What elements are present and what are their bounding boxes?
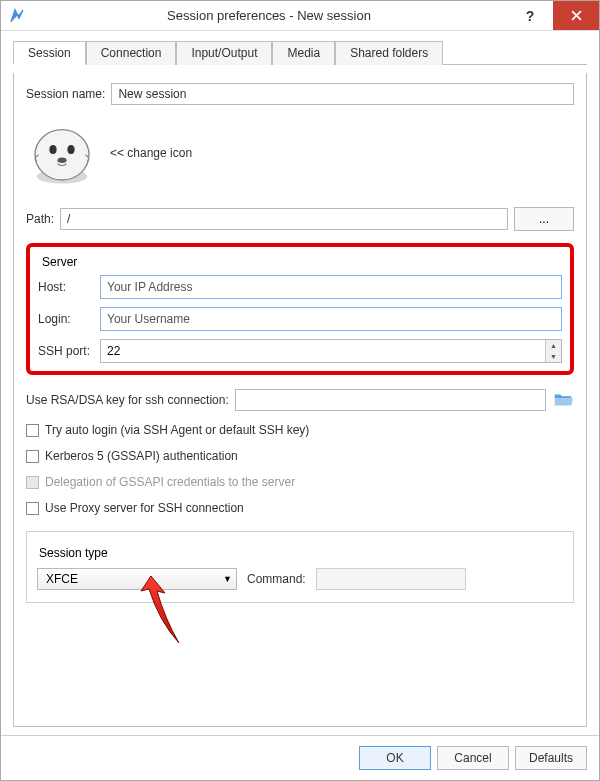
rsa-input[interactable] xyxy=(235,389,546,411)
spin-up-icon[interactable]: ▲ xyxy=(546,340,561,351)
login-input[interactable] xyxy=(100,307,562,331)
rsa-row: Use RSA/DSA key for ssh connection: xyxy=(26,389,574,411)
tab-connection[interactable]: Connection xyxy=(86,41,177,65)
kerberos-checkbox[interactable] xyxy=(26,450,39,463)
tabs: Session Connection Input/Output Media Sh… xyxy=(13,41,587,65)
help-button[interactable]: ? xyxy=(507,1,553,30)
path-row: Path: ... xyxy=(26,207,574,231)
ok-button[interactable]: OK xyxy=(359,746,431,770)
autologin-checkbox[interactable] xyxy=(26,424,39,437)
kerberos-label: Kerberos 5 (GSSAPI) authentication xyxy=(45,449,238,463)
delegation-label: Delegation of GSSAPI credentials to the … xyxy=(45,475,295,489)
defaults-button[interactable]: Defaults xyxy=(515,746,587,770)
session-name-input[interactable] xyxy=(111,83,574,105)
tab-io[interactable]: Input/Output xyxy=(176,41,272,65)
path-label: Path: xyxy=(26,212,54,226)
close-button[interactable] xyxy=(553,1,599,30)
session-name-row: Session name: xyxy=(26,83,574,105)
session-name-label: Session name: xyxy=(26,87,105,101)
sshport-input[interactable] xyxy=(101,340,545,362)
footer: OK Cancel Defaults xyxy=(1,735,599,780)
titlebar: Session preferences - New session ? xyxy=(1,1,599,31)
host-input[interactable] xyxy=(100,275,562,299)
chevron-down-icon: ▼ xyxy=(223,574,232,584)
proxy-row[interactable]: Use Proxy server for SSH connection xyxy=(26,501,574,515)
spacer xyxy=(26,611,574,716)
server-fieldset-highlight: Server Host: Login: SSH port: ▲ ▼ xyxy=(26,243,574,375)
session-type-select[interactable]: XFCE ▼ xyxy=(37,568,237,590)
path-browse-button[interactable]: ... xyxy=(514,207,574,231)
host-row: Host: xyxy=(38,275,562,299)
folder-open-icon[interactable] xyxy=(552,389,574,411)
close-icon xyxy=(571,10,582,21)
path-input[interactable] xyxy=(60,208,508,230)
session-icon[interactable] xyxy=(26,117,98,189)
sshport-row: SSH port: ▲ ▼ xyxy=(38,339,562,363)
tab-body: Session name: << change icon Path: xyxy=(13,73,587,727)
kerberos-row[interactable]: Kerberos 5 (GSSAPI) authentication xyxy=(26,449,574,463)
spin-buttons[interactable]: ▲ ▼ xyxy=(545,340,561,362)
app-icon xyxy=(9,8,25,24)
login-label: Login: xyxy=(38,312,94,326)
session-type-fieldset: Session type XFCE ▼ Command: xyxy=(26,531,574,603)
session-type-row: XFCE ▼ Command: xyxy=(37,568,563,590)
server-legend: Server xyxy=(38,255,81,269)
icon-row: << change icon xyxy=(26,113,574,199)
tab-media[interactable]: Media xyxy=(272,41,335,65)
svg-point-3 xyxy=(67,145,74,154)
sshport-spinner[interactable]: ▲ ▼ xyxy=(100,339,562,363)
window: Session preferences - New session ? Sess… xyxy=(0,0,600,781)
spin-down-icon[interactable]: ▼ xyxy=(546,351,561,362)
host-label: Host: xyxy=(38,280,94,294)
content: Session Connection Input/Output Media Sh… xyxy=(1,31,599,735)
session-type-legend: Session type xyxy=(35,546,112,560)
titlebar-controls: ? xyxy=(507,1,599,30)
window-title: Session preferences - New session xyxy=(31,8,507,23)
session-type-value: XFCE xyxy=(46,572,78,586)
login-row: Login: xyxy=(38,307,562,331)
delegation-checkbox xyxy=(26,476,39,489)
svg-point-1 xyxy=(35,130,89,180)
command-label: Command: xyxy=(247,572,306,586)
command-input xyxy=(316,568,466,590)
proxy-label: Use Proxy server for SSH connection xyxy=(45,501,244,515)
proxy-checkbox[interactable] xyxy=(26,502,39,515)
svg-point-2 xyxy=(49,145,56,154)
autologin-row[interactable]: Try auto login (via SSH Agent or default… xyxy=(26,423,574,437)
change-icon-label[interactable]: << change icon xyxy=(110,146,192,160)
rsa-label: Use RSA/DSA key for ssh connection: xyxy=(26,393,229,407)
delegation-row: Delegation of GSSAPI credentials to the … xyxy=(26,475,574,489)
tab-shared[interactable]: Shared folders xyxy=(335,41,443,65)
sshport-label: SSH port: xyxy=(38,344,94,358)
svg-point-4 xyxy=(58,158,67,163)
cancel-button[interactable]: Cancel xyxy=(437,746,509,770)
autologin-label: Try auto login (via SSH Agent or default… xyxy=(45,423,309,437)
tab-session[interactable]: Session xyxy=(13,41,86,65)
